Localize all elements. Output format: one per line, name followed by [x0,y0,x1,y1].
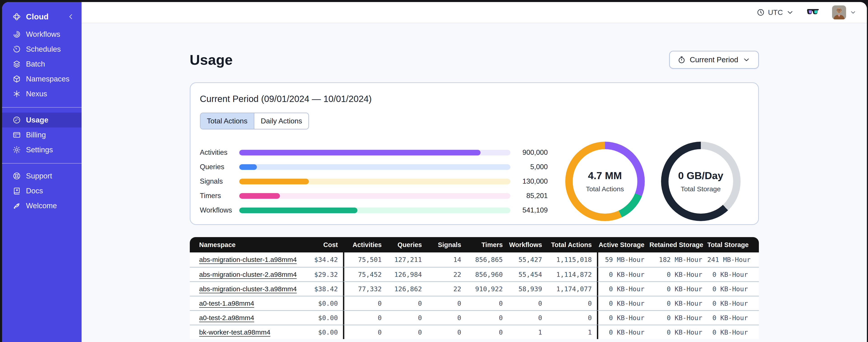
column-header-cost: Cost [303,237,343,252]
sidebar: Cloud WorkflowsSchedulesBatchNamespacesN… [2,2,82,342]
main-content: Usage Current Period Current Period (09/… [82,23,867,342]
sidebar-item-label: Namespaces [26,75,70,83]
brand-label: Cloud [26,12,67,21]
table-cell: 1,114,872 [547,267,597,281]
sidebar-item-label: Settings [26,145,53,154]
namespace-link[interactable]: abs-migration-cluster-2.a98mm4 [199,271,297,278]
app-window: Cloud WorkflowsSchedulesBatchNamespacesN… [2,2,867,342]
sidebar-item-settings[interactable]: Settings [2,142,82,157]
period-selector-button[interactable]: Current Period [669,51,759,69]
sidebar-item-usage[interactable]: Usage [2,112,82,128]
page-header: Usage Current Period [190,51,759,69]
usage-icon [12,116,21,124]
sidebar-item-docs[interactable]: Docs [2,183,82,198]
page-title: Usage [190,52,233,68]
table-cell: 0 [508,296,547,310]
schedules-icon [12,45,21,54]
timezone-selector[interactable]: UTC [756,8,794,17]
table-cell: 55,427 [508,252,547,267]
donut-label: Total Actions [586,185,624,193]
namespace-cell: a0-test-1.a98mm4 [190,296,303,310]
table-cell: $38.42 [303,281,343,296]
sidebar-item-namespaces[interactable]: Namespaces [2,71,82,87]
bar-fill [239,164,257,170]
table-row: abs-migration-cluster-3.a98mm4$38.4277,3… [190,281,759,296]
table-cell: 0 [343,310,387,324]
column-header-retained-storage: Retained Storage [650,237,707,252]
table-cell: 0 KB-Hour [707,296,759,310]
bar-fill [239,193,280,199]
sidebar-collapse-icon[interactable] [67,13,75,21]
sidebar-nav-main: WorkflowsSchedulesBatchNamespacesNexus [2,27,82,101]
donut-total-storage: 0 GB/DayTotal Storage [661,142,741,221]
user-avatar [832,5,846,20]
namespace-link[interactable]: abs-migration-cluster-3.a98mm4 [199,285,297,293]
table-cell: 55,454 [508,267,547,281]
table-cell: 241 MB-Hour [707,252,759,267]
table-row: abs-migration-cluster-2.a98mm4$29.3275,4… [190,267,759,281]
donut-center: 4.7 MMTotal Actions [573,149,637,214]
table-cell: 22 [427,267,466,281]
stopwatch-icon [678,56,686,64]
bar-label: Signals [200,177,239,185]
namespace-link[interactable]: a0-test-2.a98mm4 [199,314,254,321]
sidebar-item-workflows[interactable]: Workflows [2,27,82,42]
card-title: Current Period (09/01/2024 — 10/01/2024) [200,94,749,104]
table-cell: 0 [466,296,508,310]
sidebar-item-batch[interactable]: Batch [2,57,82,71]
table-cell: 75,501 [343,252,387,267]
welcome-icon [12,201,21,210]
sidebar-item-support[interactable]: Support [2,169,82,183]
table-cell: 77,332 [343,281,387,296]
table-cell: 0 [547,310,597,324]
sidebar-item-nexus[interactable]: Nexus [2,87,82,101]
table-cell: 0 KB-Hour [597,281,650,296]
column-header-queries: Queries [387,237,427,252]
namespace-cell: a0-test-2.a98mm4 [190,310,303,324]
table-cell: 0 [343,296,387,310]
namespace-link[interactable]: abs-migration-cluster-1.a98mm4 [199,256,297,263]
bar-row-activities: Activities900,000 [200,145,548,160]
table-cell: 127,211 [387,252,427,267]
donut-value: 4.7 MM [588,170,622,181]
column-header-timers: Timers [466,237,508,252]
glasses-icon[interactable] [807,8,819,17]
bar-row-signals: Signals130,000 [200,174,548,189]
bar-fill [239,208,358,213]
column-header-workflows: Workflows [508,237,547,252]
table-row: bk-worker-test.a98mm4$0.000000110 KB-Hou… [190,324,759,339]
table-cell: 182 MB-Hour [650,252,707,267]
column-header-signals: Signals [427,237,466,252]
column-header-active-storage: Active Storage [597,237,650,252]
account-menu[interactable] [832,5,857,20]
batch-icon [12,60,21,68]
sidebar-item-billing[interactable]: Billing [2,128,82,142]
namespace-link[interactable]: a0-test-1.a98mm4 [199,300,254,307]
workflows-icon [12,30,21,39]
table-cell: $0.00 [303,310,343,324]
usage-charts: Activities900,000Queries5,000Signals130,… [200,142,749,221]
clock-icon [756,8,765,16]
table-cell: 0 [466,310,508,324]
bar-fill [239,150,480,156]
table-cell: 0 [387,310,427,324]
actions-tab-group: Total ActionsDaily Actions [200,112,309,130]
bar-track [239,164,510,170]
table-cell: 0 [387,296,427,310]
table-cell: $29.32 [303,267,343,281]
tab-total-actions[interactable]: Total Actions [200,113,254,129]
sidebar-brand[interactable]: Cloud [2,9,82,25]
namespace-link[interactable]: bk-worker-test.a98mm4 [199,329,271,336]
sidebar-item-welcome[interactable]: Welcome [2,198,82,213]
donut-center: 0 GB/DayTotal Storage [669,149,733,214]
sidebar-item-schedules[interactable]: Schedules [2,42,82,57]
bar-label: Workflows [200,206,239,214]
table-cell: 0 KB-Hour [650,281,707,296]
sidebar-item-label: Billing [26,131,46,139]
table-cell: 1,174,077 [547,281,597,296]
table-cell: 22 [427,281,466,296]
sidebar-item-label: Schedules [26,45,61,54]
tab-daily-actions[interactable]: Daily Actions [254,113,308,129]
chevron-down-icon [786,8,794,16]
table-cell: 856,960 [466,267,508,281]
